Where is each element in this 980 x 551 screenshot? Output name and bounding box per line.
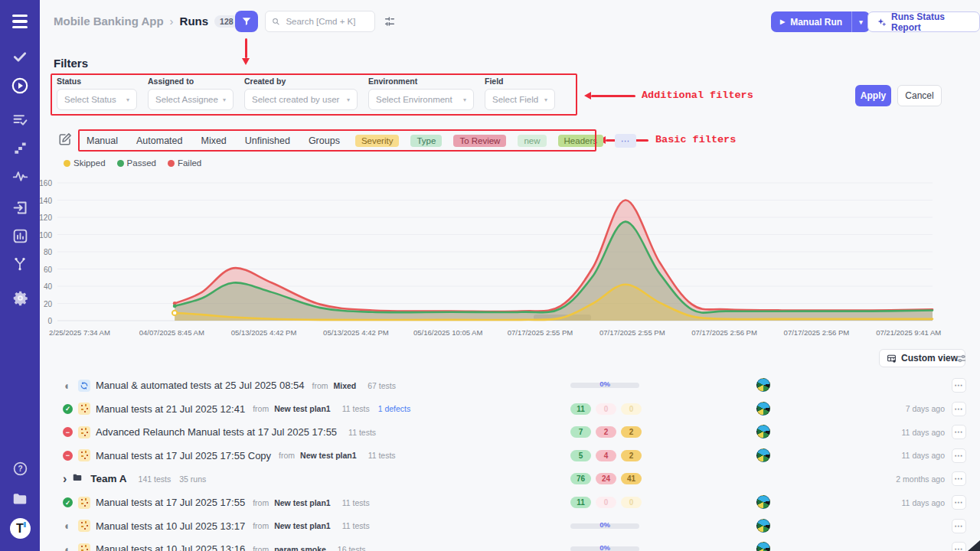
basic-filters-row: ManualAutomatedMixedUnfinishedGroups Sev… [78, 129, 596, 152]
settings-gear-icon[interactable] [11, 289, 29, 307]
from-plan-name[interactable]: New test plan1 [300, 451, 357, 460]
run-title[interactable]: Manual tests at 17 Jul 2025 17:55 [96, 497, 245, 508]
avatar [756, 378, 770, 392]
chevron-down-icon: ▾ [126, 96, 129, 103]
tests-check-icon[interactable] [11, 47, 29, 66]
additional-filters-annotation: Additional filters [642, 90, 753, 101]
projects-folder-icon[interactable] [11, 490, 29, 508]
runs-play-icon[interactable] [11, 77, 29, 95]
search-input[interactable] [284, 16, 368, 27]
apply-button[interactable]: Apply [855, 85, 891, 106]
search-settings-sliders-icon[interactable] [384, 15, 396, 31]
filter-funnel-button[interactable] [235, 11, 258, 32]
run-title[interactable]: Manual tests at 10 Jul 2025 13:17 [96, 520, 245, 532]
group-name[interactable]: Team A [90, 473, 126, 484]
time-ago: 11 days ago [902, 491, 945, 514]
search-box[interactable] [265, 11, 375, 32]
badge-amber: 41 [621, 473, 642, 484]
row-menu-button[interactable]: ⋯ [952, 542, 966, 551]
app-logo[interactable]: T [10, 518, 31, 539]
expand-chevron-icon[interactable]: › [63, 474, 67, 484]
annotation-arrow-down [245, 38, 247, 58]
from-label: from [253, 404, 269, 413]
row-menu-button[interactable]: ⋯ [952, 402, 966, 416]
test-plans-icon[interactable] [11, 110, 29, 129]
compose-edit-icon[interactable] [58, 132, 72, 149]
filter-chip-to-review[interactable]: To Review [453, 135, 506, 147]
row-menu-button[interactable]: ⋯ [952, 519, 966, 533]
row-menu-button[interactable]: ⋯ [952, 448, 966, 463]
run-row-main: ✓Manual tests at 21 Jul 2025 12:41fromNe… [63, 397, 410, 421]
filter-chip-new[interactable]: new [518, 135, 546, 147]
from-plan-name[interactable]: Mixed [333, 381, 356, 390]
filter-select[interactable]: Select Status▾ [57, 89, 137, 110]
filter-select[interactable]: Select Environment▾ [368, 89, 474, 110]
list-settings-sliders-icon[interactable] [956, 353, 967, 367]
hamburger-menu-icon[interactable] [11, 12, 29, 31]
from-plan-name[interactable]: New test plan1 [274, 404, 331, 413]
from-plan-name[interactable]: New test plan1 [274, 498, 331, 507]
filter-select[interactable]: Select Field▾ [485, 89, 555, 110]
avatar [756, 448, 770, 462]
pulse-activity-icon[interactable] [11, 167, 29, 185]
row-menu-button[interactable]: ⋯ [952, 378, 966, 393]
filter-select[interactable]: Select Assignee▾ [148, 89, 234, 110]
analytics-chart-icon[interactable] [11, 227, 29, 245]
from-label: from [279, 451, 295, 460]
filter-chip-severity[interactable]: Severity [355, 135, 400, 147]
select-placeholder: Select Field [492, 95, 538, 104]
manual-run-button[interactable]: ▶ Manual Run ▾ [771, 11, 870, 32]
status-progress-icon: ◐ [63, 544, 73, 551]
run-title[interactable]: Advanced Relaunch Manual tests at 17 Jul… [96, 426, 337, 438]
defects-link[interactable]: 1 defects [378, 404, 411, 413]
row-menu-button[interactable]: ⋯ [952, 495, 966, 510]
run-title[interactable]: Manual tests at 17 Jul 2025 17:55 Copy [96, 450, 271, 461]
select-placeholder: Select Environment [376, 95, 452, 104]
result-badges: 722 [570, 426, 642, 438]
basic-filter-tab-automated[interactable]: Automated [136, 135, 182, 146]
run-tests-count: 16 tests [338, 545, 366, 551]
filter-chip-headers[interactable]: Headers [558, 135, 603, 147]
badge-pink: 24 [596, 473, 616, 484]
badge-green: 11 [570, 497, 591, 508]
manual-run-icon [78, 449, 90, 461]
time-ago: 2 months ago [896, 467, 945, 491]
row-menu-button[interactable]: ⋯ [952, 425, 966, 439]
branch-icon[interactable] [11, 255, 29, 273]
cancel-button[interactable]: Cancel [897, 85, 942, 106]
status-progress-icon: ◐ [63, 380, 73, 390]
legend-item-skipped[interactable]: Skipped [64, 158, 106, 168]
result-badges: 542 [570, 450, 642, 461]
breadcrumb-separator-icon: › [170, 15, 174, 28]
run-title[interactable]: Manual tests at 10 Jul 2025 13:16 [96, 543, 245, 551]
filter-select[interactable]: Select created by user▾ [244, 89, 358, 110]
custom-view-button[interactable]: Custom view [879, 349, 965, 367]
row-menu-button[interactable]: ⋯ [952, 471, 966, 486]
more-filters-chip[interactable]: ⋯ [615, 134, 636, 148]
milestones-steps-icon[interactable] [11, 139, 29, 157]
basic-filter-tab-manual[interactable]: Manual [87, 135, 118, 146]
progress-percent: 0% [570, 380, 639, 388]
filters-title: Filters [54, 57, 88, 70]
x-axis-label: 07/17/2025 2:56 PM [678, 328, 770, 337]
help-icon[interactable]: ? [11, 459, 29, 478]
skipped-dot-icon [64, 160, 70, 167]
from-plan-name[interactable]: New test plan1 [274, 521, 331, 530]
run-row: ◐Manual tests at 10 Jul 2025 13:17fromNe… [0, 514, 980, 538]
filter-chip-type[interactable]: Type [410, 135, 442, 147]
breadcrumb-project[interactable]: Mobile Banking App [54, 15, 164, 28]
basic-filter-tab-unfinished[interactable]: Unfinished [245, 135, 290, 146]
badge-pink: 0 [596, 497, 616, 508]
basic-filter-tab-mixed[interactable]: Mixed [201, 135, 226, 146]
legend-item-failed[interactable]: Failed [168, 158, 201, 168]
run-row: ✓Manual tests at 21 Jul 2025 12:41fromNe… [0, 397, 980, 421]
run-row-main: −Manual tests at 17 Jul 2025 17:55 Copyf… [63, 444, 396, 468]
run-title[interactable]: Manual tests at 21 Jul 2025 12:41 [96, 403, 245, 415]
run-title[interactable]: Manual & automated tests at 25 Jul 2025 … [96, 380, 304, 391]
from-plan-name[interactable]: param smoke [274, 545, 326, 551]
legend-item-passed[interactable]: Passed [117, 158, 156, 168]
basic-filter-tab-groups[interactable]: Groups [309, 135, 340, 146]
import-icon[interactable] [11, 198, 29, 217]
badge-pink: 0 [596, 403, 616, 415]
runs-status-report-button[interactable]: Runs Status Report [867, 11, 980, 32]
